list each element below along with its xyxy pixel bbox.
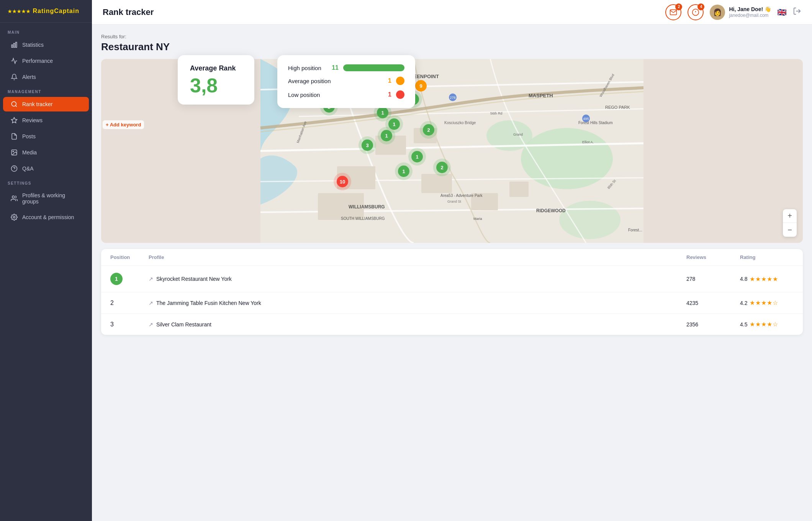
rating-number: 4.2 xyxy=(740,300,747,306)
position-cell: 3 xyxy=(110,321,149,328)
sidebar-item-alerts[interactable]: Alerts xyxy=(3,70,89,84)
svg-point-3 xyxy=(11,102,16,106)
header-right: 2 4 👩 Hi, Jane Doe! 👋 janedoe@mail.com 🇬… xyxy=(665,4,801,20)
svg-text:Area53 - Adventure Park: Area53 - Adventure Park xyxy=(440,193,483,198)
performance-icon xyxy=(11,57,18,64)
zoom-in-button[interactable]: + xyxy=(783,209,797,223)
stat-dot-low xyxy=(396,90,404,99)
col-header-position: Position xyxy=(110,254,149,260)
svg-rect-0 xyxy=(11,45,13,48)
brand-logo: ★★★★★ RatingCaptain xyxy=(0,0,92,23)
rating-stars: ★★★★☆ xyxy=(750,321,778,328)
svg-text:Maria: Maria xyxy=(473,217,482,221)
sidebar-item-statistics[interactable]: Statistics xyxy=(3,38,89,52)
svg-marker-5 xyxy=(11,118,17,123)
profile-name: The Jamming Table Fusin Kitchen New York xyxy=(156,300,261,306)
svg-rect-1 xyxy=(14,43,15,48)
sidebar-item-rank-tracker[interactable]: Rank tracker xyxy=(3,97,89,111)
stat-value-low: 1 xyxy=(382,91,391,98)
logout-button[interactable] xyxy=(793,7,801,18)
position-cell: 2 xyxy=(110,300,149,306)
avg-rank-label: Average Rank xyxy=(190,64,242,72)
sidebar-item-qa-label: Q&A xyxy=(22,165,34,172)
tip-badge: 4 xyxy=(697,3,704,10)
svg-point-17 xyxy=(521,128,613,189)
svg-text:Kosciuszko Bridge: Kosciuszko Bridge xyxy=(444,121,476,125)
svg-point-11 xyxy=(13,216,15,218)
stat-value-avg: 1 xyxy=(382,77,391,84)
map-section: Average Rank 3,8 High position 11 Averag… xyxy=(101,59,803,243)
svg-rect-29 xyxy=(421,174,452,193)
notifications-tip-button[interactable]: 4 xyxy=(688,4,704,20)
table-row: 3 ↗ Silver Clam Restaurant 2356 4.5 ★★★★… xyxy=(101,314,803,335)
sidebar-item-account-permission[interactable]: Account & permission xyxy=(3,210,89,224)
svg-rect-2 xyxy=(16,42,17,48)
rating-stars: ★★★★☆ xyxy=(750,299,778,306)
svg-line-4 xyxy=(15,105,16,106)
external-link-icon: ↗ xyxy=(149,321,153,328)
reviews-count: 2356 xyxy=(686,321,740,328)
sidebar-item-alerts-label: Alerts xyxy=(22,74,36,80)
sidebar-item-reviews-label: Reviews xyxy=(22,117,43,123)
user-info[interactable]: 👩 Hi, Jane Doe! 👋 janedoe@mail.com xyxy=(710,5,771,20)
profile-link[interactable]: ↗ Silver Clam Restaurant xyxy=(149,321,686,328)
sidebar-item-profiles-working-groups[interactable]: Profiles & working groups xyxy=(3,188,89,208)
sidebar-item-qa[interactable]: Q&A xyxy=(3,161,89,176)
map-pin: 1 xyxy=(388,118,400,130)
svg-text:Forest...: Forest... xyxy=(628,228,642,232)
page-title: Rank tracker xyxy=(103,7,154,17)
header: Rank tracker 2 4 👩 Hi, Jane Doe! 👋 janed… xyxy=(92,0,812,25)
alerts-icon xyxy=(11,74,18,80)
language-selector[interactable]: 🇬🇧 xyxy=(777,8,787,17)
svg-point-19 xyxy=(559,201,620,239)
col-header-profile: Profile xyxy=(149,254,686,260)
profile-link[interactable]: ↗ Skyrocket Restaurant New York xyxy=(149,276,686,282)
stat-dot-avg xyxy=(396,77,404,85)
stat-row-high: High position 11 xyxy=(288,64,404,71)
map-pin: 9 xyxy=(415,80,427,92)
sidebar-item-media-label: Media xyxy=(22,149,37,156)
position-cell: 1 xyxy=(110,273,149,285)
sidebar-section-management: MANAGEMENT xyxy=(0,85,92,96)
rating-cell: 4.5 ★★★★☆ xyxy=(740,321,794,328)
sidebar-item-account-label: Account & permission xyxy=(22,214,74,220)
sidebar-item-media[interactable]: Media xyxy=(3,145,89,160)
sidebar: ★★★★★ RatingCaptain MAIN Statistics Perf… xyxy=(0,0,92,521)
stat-row-low: Low position 1 xyxy=(288,90,404,99)
profile-link[interactable]: ↗ The Jamming Table Fusin Kitchen New Yo… xyxy=(149,300,686,306)
stat-label-high: High position xyxy=(288,65,325,71)
zoom-out-button[interactable]: − xyxy=(783,223,797,237)
svg-text:MASPETH: MASPETH xyxy=(529,93,553,98)
profile-name: Silver Clam Restaurant xyxy=(156,321,211,328)
col-header-rating: Rating xyxy=(740,254,794,260)
profile-name: Skyrocket Restaurant New York xyxy=(156,276,232,282)
svg-point-10 xyxy=(12,196,15,198)
position-num: 3 xyxy=(110,321,114,328)
reviews-count: 4235 xyxy=(686,300,740,306)
sidebar-item-posts[interactable]: Posts xyxy=(3,129,89,144)
account-icon xyxy=(11,214,18,221)
external-link-icon: ↗ xyxy=(149,300,153,306)
results-table: Position Profile Reviews Rating 1 ↗ Skyr… xyxy=(101,249,803,335)
avg-rank-card: Average Rank 3,8 xyxy=(178,55,254,105)
sidebar-item-reviews[interactable]: Reviews xyxy=(3,113,89,128)
stat-bar-high xyxy=(343,64,404,71)
results-header: Results for: Restaurant NY xyxy=(101,34,803,53)
add-keyword-button[interactable]: + Add keyword xyxy=(103,120,144,129)
svg-text:56th Rd: 56th Rd xyxy=(490,111,503,115)
map-pin: 1 xyxy=(411,151,423,162)
notifications-email-button[interactable]: 2 xyxy=(665,4,681,20)
svg-text:495: 495 xyxy=(583,117,589,121)
reviews-icon xyxy=(11,117,18,124)
reviews-count: 278 xyxy=(686,276,740,282)
page-body: Results for: Restaurant NY Average Rank … xyxy=(92,25,812,521)
user-email: janedoe@mail.com xyxy=(729,13,771,19)
map-pin: 1 xyxy=(398,165,409,177)
svg-text:RIDGEWOOD: RIDGEWOOD xyxy=(536,208,566,213)
sidebar-item-performance[interactable]: Performance xyxy=(3,54,89,68)
results-for-label: Results for: xyxy=(101,34,803,39)
rating-number: 4.5 xyxy=(740,321,747,328)
position-badge: 1 xyxy=(110,273,123,285)
media-icon xyxy=(11,149,18,156)
brand-name: RatingCaptain xyxy=(33,8,79,14)
